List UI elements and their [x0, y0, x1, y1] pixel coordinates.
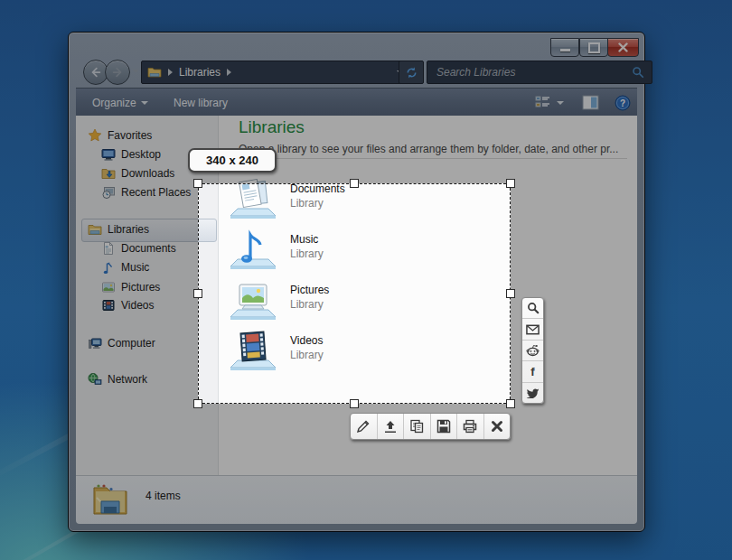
facebook-icon: f [530, 366, 534, 378]
selection-handle-middle-left[interactable] [193, 289, 202, 298]
selection-dimensions-badge: 340 x 240 [188, 148, 277, 173]
capture-share-toolbar: f [521, 297, 544, 404]
upload-button[interactable] [377, 414, 404, 439]
selection-handle-top-right[interactable] [506, 179, 515, 188]
save-button[interactable] [430, 414, 457, 439]
selection-handle-bottom-left[interactable] [193, 399, 202, 408]
twitter-icon [526, 387, 540, 398]
selection-handle-top-left[interactable] [193, 179, 202, 188]
dim-overlay-top [0, 0, 732, 183]
cancel-capture-button[interactable] [483, 414, 511, 439]
zoom-search-button[interactable] [522, 298, 543, 318]
capture-selection-region[interactable] [198, 183, 511, 404]
close-icon [491, 420, 503, 433]
dim-overlay-left [0, 183, 198, 404]
reddit-icon [526, 344, 540, 357]
share-twitter-button[interactable] [522, 382, 543, 403]
print-button[interactable] [456, 414, 483, 439]
selection-handle-middle-right[interactable] [506, 289, 515, 298]
share-facebook-button[interactable]: f [522, 360, 543, 381]
share-reddit-button[interactable] [522, 340, 543, 360]
selection-handle-bottom-right[interactable] [506, 399, 515, 408]
email-icon [526, 324, 540, 335]
edit-button[interactable] [351, 414, 377, 439]
selection-handle-top-center[interactable] [350, 179, 359, 188]
desktop: Libraries Organize [0, 0, 732, 560]
selection-handle-bottom-center[interactable] [350, 399, 359, 408]
copy-icon [409, 419, 424, 434]
copy-button[interactable] [403, 414, 430, 439]
print-icon [463, 419, 477, 434]
share-email-button[interactable] [522, 318, 543, 339]
upload-icon [383, 420, 398, 434]
save-icon [436, 419, 451, 434]
magnifier-icon [527, 302, 540, 314]
edit-pencil-icon [356, 419, 371, 434]
capture-action-toolbar [350, 413, 511, 440]
